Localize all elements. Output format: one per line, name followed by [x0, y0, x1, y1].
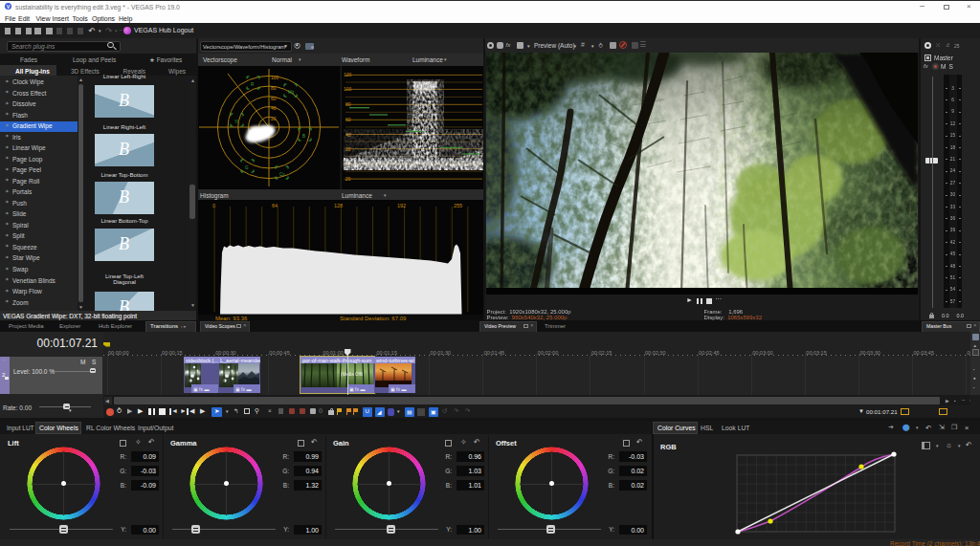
svg-text:100: 100	[344, 86, 352, 92]
svg-text:192: 192	[397, 203, 406, 208]
svg-text:B: B	[302, 134, 305, 139]
svg-text:64: 64	[272, 203, 278, 208]
svg-text:-20: -20	[344, 176, 350, 182]
svg-text:120: 120	[344, 72, 352, 77]
svg-text:60: 60	[345, 117, 351, 122]
svg-text:40: 40	[271, 105, 277, 111]
svg-text:128: 128	[334, 203, 343, 208]
svg-text:Mg: Mg	[288, 90, 295, 95]
svg-text:100: 100	[271, 75, 279, 80]
svg-text:80: 80	[345, 101, 351, 107]
svg-text:80: 80	[271, 85, 277, 91]
svg-text:Yl: Yl	[234, 120, 238, 124]
svg-text:255: 255	[454, 203, 462, 208]
svg-text:Cy: Cy	[279, 172, 285, 177]
svg-text:G: G	[245, 165, 249, 170]
svg-text:0: 0	[212, 203, 215, 208]
svg-text:60: 60	[271, 96, 277, 101]
svg-text:20: 20	[271, 116, 277, 121]
